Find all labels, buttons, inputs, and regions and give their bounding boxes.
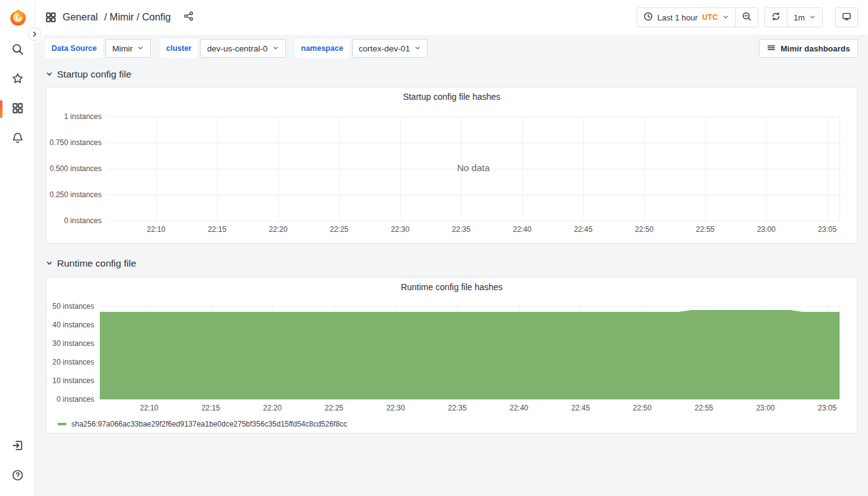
panel-startup-config-hashes: Startup config file hashes 1 instances0.… — [46, 87, 857, 244]
breadcrumb-folder[interactable]: General — [63, 12, 98, 23]
mimir-dashboards-label: Mimir dashboards — [781, 44, 850, 53]
breadcrumb: General / Mimir / Config — [45, 11, 193, 24]
chevron-down-icon — [46, 69, 53, 80]
star-icon — [12, 73, 24, 87]
clock-icon — [644, 12, 653, 23]
x-tick-label: 22:10 — [140, 404, 159, 412]
legend-label: sha256:97a066ac33bae29f2f6ed9137ea1be0dc… — [71, 420, 347, 428]
refresh-dashboard-button[interactable] — [765, 8, 787, 27]
x-tick-label: 22:50 — [635, 225, 653, 234]
x-tick-label: 22:30 — [386, 404, 405, 412]
variable-datasource-select[interactable]: Mimir — [105, 39, 151, 58]
x-tick-label: 22:35 — [452, 225, 471, 234]
startup-config-chart-plot[interactable]: 1 instances0.750 instances0.500 instance… — [107, 117, 840, 221]
x-tick-label: 22:40 — [513, 225, 531, 234]
x-tick-label: 22:45 — [574, 225, 593, 234]
y-tick-label: 50 instances — [53, 302, 94, 311]
y-tick-label: 10 instances — [53, 376, 94, 385]
y-tick-label: 20 instances — [53, 358, 94, 366]
y-tick-label: 1 instances — [64, 112, 102, 121]
panel-title[interactable]: Runtime config file hashes — [46, 282, 857, 292]
x-tick-label: 22:15 — [208, 225, 226, 234]
x-tick-label: 22:25 — [330, 225, 348, 234]
sidebar — [0, 0, 35, 496]
y-gridline — [107, 221, 839, 221]
section-header-startup-config[interactable]: Startup config file — [46, 62, 857, 87]
y-gridline — [100, 399, 839, 400]
variable-cluster-label[interactable]: cluster — [160, 39, 198, 58]
x-tick-label: 22:20 — [263, 404, 281, 412]
variable-cluster-select[interactable]: dev-us-central-0 — [200, 39, 286, 58]
sidebar-item-help[interactable] — [0, 464, 35, 489]
variable-cluster-value: dev-us-central-0 — [207, 44, 268, 53]
runtime-config-chart-plot[interactable]: 50 instances40 instances30 instances20 i… — [100, 306, 840, 399]
grafana-app: General / Mimir / Config Last 1 hour UT — [0, 0, 868, 496]
section-title: Startup config file — [57, 69, 131, 80]
x-tick-label: 22:55 — [694, 404, 713, 412]
x-tick-label: 22:45 — [571, 404, 590, 412]
dashboard-variables-row: Data Source Mimir cluster dev-us-central… — [35, 35, 868, 62]
chevron-down-icon — [46, 258, 53, 269]
share-icon — [184, 11, 193, 24]
y-tick-label: 40 instances — [53, 321, 94, 329]
sidebar-item-search[interactable] — [0, 38, 35, 63]
dashboards-grid-icon — [12, 102, 24, 117]
x-tick-label: 23:05 — [818, 404, 836, 412]
share-dashboard-button[interactable] — [184, 11, 193, 24]
variable-namespace-label[interactable]: namespace — [295, 39, 350, 58]
sidebar-item-dashboards[interactable] — [0, 97, 35, 122]
bell-icon — [12, 132, 24, 146]
sidebar-item-sign-in[interactable] — [0, 434, 35, 459]
no-data-text: No data — [107, 162, 839, 173]
x-tick-label: 22:55 — [696, 225, 714, 234]
sidebar-expand-button[interactable] — [28, 27, 42, 41]
breadcrumb-dashboard-title[interactable]: / Mimir / Config — [104, 12, 171, 23]
variable-datasource-label[interactable]: Data Source — [45, 39, 103, 58]
chevron-right-icon — [32, 29, 38, 40]
variable-cluster: cluster dev-us-central-0 — [160, 39, 286, 58]
x-tick-label: 22:15 — [202, 404, 220, 412]
panel-title[interactable]: Startup config file hashes — [46, 92, 857, 102]
zoom-out-icon — [742, 12, 751, 23]
y-tick-label: 0.750 instances — [50, 138, 102, 147]
section-header-runtime-config[interactable]: Runtime config file — [46, 250, 857, 277]
sidebar-item-starred[interactable] — [0, 67, 35, 92]
zoom-out-time-button[interactable] — [735, 8, 758, 27]
x-tick-label: 23:00 — [756, 404, 775, 412]
x-tick-label: 22:50 — [633, 404, 652, 412]
monitor-icon — [842, 12, 851, 23]
legend-item-sha256[interactable]: sha256:97a066ac33bae29f2f6ed9137ea1be0dc… — [58, 420, 347, 428]
timezone-label: UTC — [702, 13, 718, 22]
area-series — [100, 306, 839, 399]
refresh-icon — [771, 12, 781, 23]
variable-namespace-value: cortex-dev-01 — [359, 44, 410, 53]
main-area: General / Mimir / Config Last 1 hour UT — [35, 0, 868, 496]
variable-namespace-select[interactable]: cortex-dev-01 — [352, 39, 428, 58]
dashboard-body: Startup config file Startup config file … — [35, 62, 868, 433]
panel-runtime-config-hashes: Runtime config file hashes 50 instances4… — [46, 277, 857, 433]
x-tick-label: 22:20 — [269, 225, 288, 234]
refresh-interval-picker[interactable]: 1m — [787, 8, 822, 27]
y-tick-label: 30 instances — [53, 339, 94, 348]
variable-datasource: Data Source Mimir — [45, 39, 151, 58]
grafana-logo-icon[interactable] — [9, 8, 27, 27]
mimir-dashboards-button[interactable]: Mimir dashboards — [759, 39, 858, 58]
variable-datasource-value: Mimir — [112, 44, 133, 53]
variable-namespace: namespace cortex-dev-01 — [295, 39, 428, 58]
x-tick-label: 22:30 — [391, 225, 409, 234]
kiosk-mode-button[interactable] — [836, 8, 857, 27]
dashboard-toolbar: Last 1 hour UTC — [637, 7, 858, 27]
chevron-down-icon — [722, 13, 729, 22]
time-range-label: Last 1 hour — [657, 13, 698, 22]
chevron-down-icon — [809, 13, 816, 22]
refresh-interval-label: 1m — [794, 13, 805, 22]
hamburger-icon — [767, 43, 776, 54]
x-tick-label: 22:25 — [325, 404, 343, 412]
x-tick-label: 22:10 — [147, 225, 166, 234]
help-icon — [12, 469, 24, 484]
section-title: Runtime config file — [57, 258, 136, 269]
apps-grid-icon — [45, 12, 56, 23]
sidebar-item-alerting[interactable] — [0, 126, 35, 151]
time-range-picker[interactable]: Last 1 hour UTC — [637, 8, 735, 27]
sign-in-icon — [12, 440, 24, 454]
